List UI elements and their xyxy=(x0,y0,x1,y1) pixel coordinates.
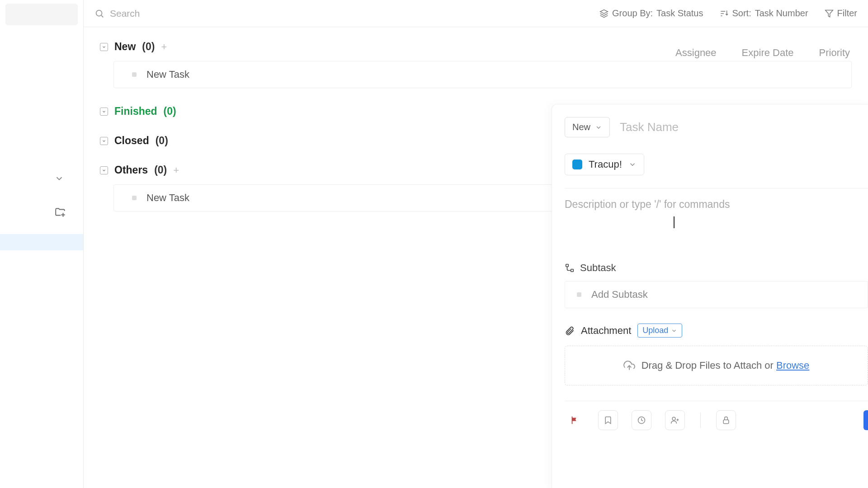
group-count: (0) xyxy=(156,135,168,147)
text-cursor xyxy=(674,216,675,228)
group-name: Finished xyxy=(114,105,157,117)
column-headers: Assignee Expire Date Priority xyxy=(675,47,850,59)
svg-point-14 xyxy=(672,417,675,420)
upload-label: Upload xyxy=(642,326,668,335)
sort-label: Sort: xyxy=(732,8,751,19)
sort-value: Task Number xyxy=(755,8,808,19)
lock-icon[interactable] xyxy=(716,410,736,430)
user-plus-icon[interactable] xyxy=(665,410,685,430)
chevron-down-icon xyxy=(628,160,637,169)
svg-marker-9 xyxy=(825,10,833,17)
chevron-down-icon[interactable] xyxy=(54,174,64,183)
paperclip-icon xyxy=(565,326,575,336)
add-task-icon[interactable]: + xyxy=(161,41,167,53)
chevron-down-icon xyxy=(671,328,677,334)
collapse-toggle-icon[interactable] xyxy=(100,137,108,145)
folder-plus-icon[interactable] xyxy=(54,206,66,218)
project-color-swatch xyxy=(572,160,582,169)
search-input[interactable] xyxy=(110,8,291,19)
add-subtask-label: Add Subtask xyxy=(591,289,648,300)
dropzone-text: Drag & Drop Files to Attach or Browse xyxy=(642,360,810,371)
svg-line-3 xyxy=(101,15,103,17)
topbar: Group By: Task Status Sort: Task Number … xyxy=(84,0,868,27)
filter-button[interactable]: Filter xyxy=(825,8,857,19)
bookmark-icon[interactable] xyxy=(598,410,618,430)
panel-footer xyxy=(565,401,868,439)
attachment-section-header: Attachment Upload xyxy=(565,324,868,338)
filter-label: Filter xyxy=(837,8,857,19)
new-task-row[interactable]: New Task xyxy=(113,61,852,88)
search-icon xyxy=(94,9,104,19)
primary-action-button[interactable] xyxy=(863,410,868,430)
description-placeholder: Description or type '/' for commands xyxy=(565,198,868,211)
svg-rect-17 xyxy=(723,420,729,423)
clock-icon[interactable] xyxy=(632,410,651,430)
bullet-icon xyxy=(577,292,581,297)
flag-icon[interactable] xyxy=(565,410,585,430)
sort-icon xyxy=(719,9,728,18)
sort-button[interactable]: Sort: Task Number xyxy=(719,8,808,19)
svg-point-2 xyxy=(96,10,102,16)
group-count: (0) xyxy=(142,41,155,53)
group-by-value: Task Status xyxy=(656,8,703,19)
sidebar-top-item[interactable] xyxy=(5,4,78,25)
upload-button[interactable]: Upload xyxy=(637,324,682,338)
col-expire-date: Expire Date xyxy=(742,47,794,59)
group-name: Closed xyxy=(114,135,149,147)
bullet-icon xyxy=(132,72,137,77)
svg-rect-11 xyxy=(571,269,574,272)
layers-icon xyxy=(599,9,609,18)
filter-icon xyxy=(825,9,834,18)
col-priority: Priority xyxy=(819,47,850,59)
add-subtask-row[interactable]: Add Subtask xyxy=(565,281,868,308)
status-dropdown[interactable]: New xyxy=(565,117,610,137)
collapse-toggle-icon[interactable] xyxy=(100,43,108,51)
subtask-icon xyxy=(565,263,575,273)
group-count: (0) xyxy=(154,164,167,176)
main-area: Group By: Task Status Sort: Task Number … xyxy=(84,0,868,488)
status-label: New xyxy=(572,122,590,132)
col-assignee: Assignee xyxy=(675,47,717,59)
cloud-upload-icon xyxy=(623,360,635,371)
task-name-input[interactable] xyxy=(620,120,868,134)
divider xyxy=(700,413,701,428)
bullet-icon xyxy=(132,196,137,200)
collapse-toggle-icon[interactable] xyxy=(100,108,108,116)
subtask-title: Subtask xyxy=(580,262,616,274)
add-task-icon[interactable]: + xyxy=(173,164,179,176)
group-name: New xyxy=(114,41,136,53)
search-wrap xyxy=(94,8,595,19)
group-count: (0) xyxy=(164,105,176,117)
group-name: Others xyxy=(114,164,148,176)
svg-marker-4 xyxy=(600,9,608,13)
project-dropdown[interactable]: Tracup! xyxy=(565,154,644,175)
group-by-button[interactable]: Group By: Task Status xyxy=(599,8,703,19)
sidebar-selected-item[interactable] xyxy=(0,234,83,250)
sidebar xyxy=(0,0,84,488)
dropzone-prefix: Drag & Drop Files to Attach or xyxy=(642,360,776,371)
attachment-dropzone[interactable]: Drag & Drop Files to Attach or Browse xyxy=(565,346,868,385)
new-task-label: New Task xyxy=(146,69,189,80)
svg-rect-10 xyxy=(566,264,569,267)
description-input[interactable]: Description or type '/' for commands xyxy=(565,188,868,247)
collapse-toggle-icon[interactable] xyxy=(100,166,108,174)
attachment-title: Attachment xyxy=(581,325,631,337)
topbar-actions: Group By: Task Status Sort: Task Number … xyxy=(599,8,857,19)
chevron-down-icon xyxy=(595,124,602,131)
task-panel: New Tracup! Description or type '/' for … xyxy=(552,104,868,488)
browse-link[interactable]: Browse xyxy=(776,360,809,371)
group-by-label: Group By: xyxy=(612,8,653,19)
subtask-section-header: Subtask xyxy=(565,262,868,274)
project-name: Tracup! xyxy=(589,159,622,170)
new-task-label: New Task xyxy=(146,192,189,204)
